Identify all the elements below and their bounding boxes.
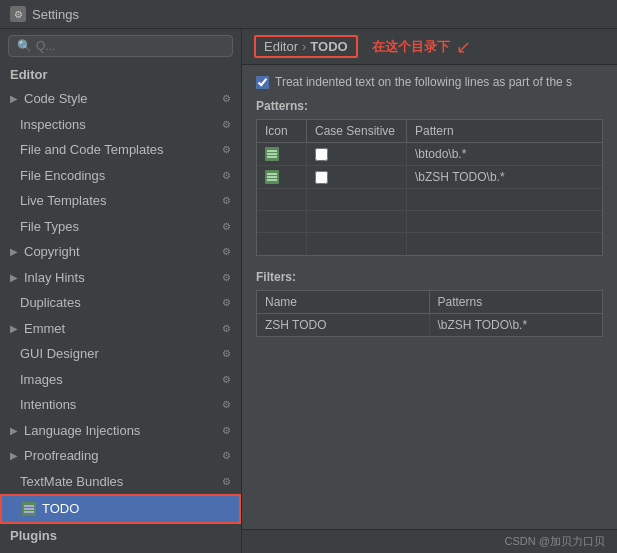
col-case-sensitive: Case Sensitive — [307, 120, 407, 142]
col-name: Name — [257, 291, 430, 313]
table-row: \btodo\b.* — [257, 143, 602, 166]
empty-cell — [257, 189, 307, 210]
svg-rect-7 — [267, 176, 277, 178]
sidebar-item-proofreading[interactable]: ▶ Proofreading ⚙ — [0, 443, 241, 469]
footer-text: CSDN @加贝力口贝 — [505, 535, 605, 547]
settings-icon: ⚙ — [222, 142, 231, 157]
empty-cell — [307, 211, 407, 232]
sidebar-item-copyright[interactable]: ▶ Copyright ⚙ — [0, 239, 241, 265]
svg-rect-8 — [267, 179, 277, 181]
empty-cell — [407, 211, 602, 232]
case-sensitive-checkbox-2[interactable] — [315, 171, 328, 184]
search-box[interactable]: 🔍 — [8, 35, 233, 57]
cell-pattern: \bZSH TODO\b.* — [407, 166, 602, 188]
checkbox-row: Treat indented text on the following lin… — [256, 75, 603, 89]
settings-window: ⚙ Settings 🔍 Editor ▶ Code Style ⚙ — [0, 0, 617, 553]
settings-icon: ⚙ — [222, 346, 231, 361]
col-pattern: Pattern — [407, 120, 602, 142]
app-icon: ⚙ — [10, 6, 26, 22]
sidebar-item-label: Language Injections — [24, 421, 140, 441]
sidebar-item-label: Intentions — [20, 395, 76, 415]
patterns-table-header: Icon Case Sensitive Pattern — [257, 120, 602, 143]
sidebar-item-intentions[interactable]: Intentions ⚙ — [0, 392, 241, 418]
filters-table: Name Patterns ZSH TODO \bZSH TODO\b.* — [256, 290, 603, 337]
sidebar-item-label: File and Code Templates — [20, 140, 164, 160]
empty-cell — [307, 189, 407, 210]
expand-arrow: ▶ — [10, 321, 18, 336]
content-inner: Treat indented text on the following lin… — [242, 65, 617, 529]
svg-rect-1 — [24, 508, 34, 510]
svg-rect-2 — [24, 511, 34, 513]
table-row: \bZSH TODO\b.* — [257, 166, 602, 189]
cell-filter-name: ZSH TODO — [257, 314, 430, 336]
sidebar-section-version-control: Version Control — [0, 547, 241, 554]
settings-icon: ⚙ — [222, 474, 231, 489]
breadcrumb-separator: › — [302, 39, 306, 54]
sidebar-item-inlay-hints[interactable]: ▶ Inlay Hints ⚙ — [0, 265, 241, 291]
sidebar-item-emmet[interactable]: ▶ Emmet ⚙ — [0, 316, 241, 342]
cell-icon — [257, 166, 307, 188]
treat-indented-checkbox[interactable] — [256, 76, 269, 89]
sidebar-item-label: File Encodings — [20, 166, 105, 186]
svg-rect-3 — [267, 150, 277, 152]
empty-cell — [307, 233, 407, 255]
sidebar-item-label: TextMate Bundles — [20, 472, 123, 492]
patterns-table: Icon Case Sensitive Pattern — [256, 119, 603, 256]
case-sensitive-checkbox-1[interactable] — [315, 148, 328, 161]
sidebar-item-label: Live Templates — [20, 191, 106, 211]
expand-arrow: ▶ — [10, 270, 18, 285]
expand-arrow: ▶ — [10, 423, 18, 438]
todo-row-icon — [265, 147, 279, 161]
cell-case-sensitive[interactable] — [307, 143, 407, 165]
settings-icon: ⚙ — [222, 423, 231, 438]
sidebar-item-code-style[interactable]: ▶ Code Style ⚙ — [0, 86, 241, 112]
settings-icon: ⚙ — [222, 448, 231, 463]
sidebar-item-file-encodings[interactable]: File Encodings ⚙ — [0, 163, 241, 189]
cell-case-sensitive[interactable] — [307, 166, 407, 188]
search-icon: 🔍 — [17, 39, 32, 53]
expand-arrow: ▶ — [10, 244, 18, 259]
settings-icon: ⚙ — [222, 168, 231, 183]
cell-icon — [257, 143, 307, 165]
sidebar-item-textmate-bundles[interactable]: TextMate Bundles ⚙ — [0, 469, 241, 495]
sidebar-item-images[interactable]: Images ⚙ — [0, 367, 241, 393]
sidebar-item-file-code-templates[interactable]: File and Code Templates ⚙ — [0, 137, 241, 163]
expand-arrow: ▶ — [10, 91, 18, 106]
sidebar-item-label: File Types — [20, 217, 79, 237]
col-icon: Icon — [257, 120, 307, 142]
sidebar: 🔍 Editor ▶ Code Style ⚙ Inspections ⚙ — [0, 29, 242, 553]
filters-table-header: Name Patterns — [257, 291, 602, 314]
breadcrumb-parent: Editor — [264, 39, 298, 54]
main-layout: 🔍 Editor ▶ Code Style ⚙ Inspections ⚙ — [0, 29, 617, 553]
svg-rect-4 — [267, 153, 277, 155]
sidebar-item-label: Proofreading — [24, 446, 98, 466]
empty-cell — [407, 233, 602, 255]
settings-icon: ⚙ — [222, 295, 231, 310]
settings-icon: ⚙ — [222, 117, 231, 132]
content-area: Editor › TODO 在这个目录下 ↙ Treat indented te… — [242, 29, 617, 553]
sidebar-item-label: Images — [20, 370, 63, 390]
sidebar-item-live-templates[interactable]: Live Templates ⚙ — [0, 188, 241, 214]
sidebar-item-inspections[interactable]: Inspections ⚙ — [0, 112, 241, 138]
sidebar-item-label: Duplicates — [20, 293, 81, 313]
sidebar-item-gui-designer[interactable]: GUI Designer ⚙ — [0, 341, 241, 367]
settings-icon: ⚙ — [222, 91, 231, 106]
sidebar-item-label: Copyright — [24, 242, 80, 262]
cell-filter-pattern: \bZSH TODO\b.* — [430, 314, 603, 336]
sidebar-item-todo[interactable]: TODO — [0, 494, 241, 524]
table-row: ZSH TODO \bZSH TODO\b.* — [257, 314, 602, 336]
settings-icon: ⚙ — [222, 219, 231, 234]
title-bar: ⚙ Settings — [0, 0, 617, 29]
sidebar-item-file-types[interactable]: File Types ⚙ — [0, 214, 241, 240]
sidebar-scroll[interactable]: Editor ▶ Code Style ⚙ Inspections ⚙ File… — [0, 63, 241, 553]
search-input[interactable] — [36, 39, 224, 53]
svg-rect-5 — [267, 156, 277, 158]
breadcrumb-box: Editor › TODO — [254, 35, 358, 58]
sidebar-item-duplicates[interactable]: Duplicates ⚙ — [0, 290, 241, 316]
settings-icon: ⚙ — [222, 193, 231, 208]
sidebar-item-language-injections[interactable]: ▶ Language Injections ⚙ — [0, 418, 241, 444]
table-row-empty — [257, 189, 602, 211]
breadcrumb-bar: Editor › TODO 在这个目录下 ↙ — [242, 29, 617, 65]
sidebar-item-label: Inlay Hints — [24, 268, 85, 288]
table-row-empty — [257, 211, 602, 233]
